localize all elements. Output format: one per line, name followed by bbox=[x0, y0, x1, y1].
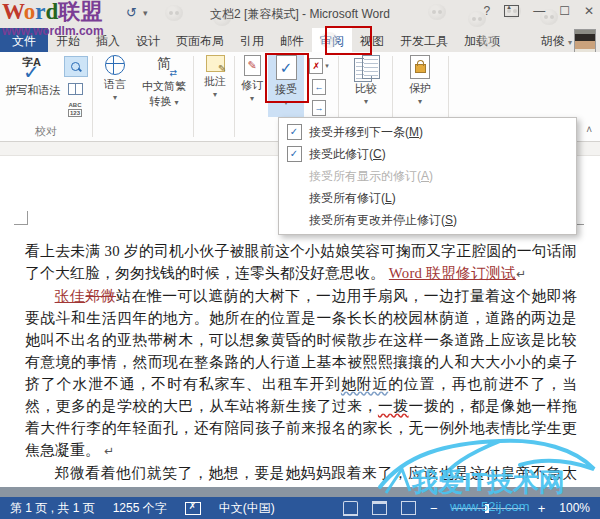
conversion-label-2: 转换 ▾ bbox=[149, 94, 178, 109]
menu-item-label: 接受所有修订(L) bbox=[309, 190, 396, 207]
window-controls: ? — ☐ ✕ bbox=[483, 4, 594, 18]
tab-references[interactable]: 引用 bbox=[232, 28, 272, 52]
next-change-icon: → bbox=[312, 100, 326, 116]
tab-view[interactable]: 视图 bbox=[352, 28, 392, 52]
collapse-ribbon-icon[interactable]: ˄ bbox=[586, 124, 592, 135]
zoom-slider-thumb[interactable] bbox=[485, 504, 489, 513]
proofing-error-icon[interactable] bbox=[185, 502, 201, 515]
menu-item-accept-all-stop-tracking[interactable]: 接受所有更改并停止修订(S) bbox=[279, 209, 576, 231]
language-button[interactable]: 语言 ▾ bbox=[96, 55, 134, 102]
track-changes-label: 修订 bbox=[241, 78, 263, 93]
changes-small-buttons: ✗ ▾ ← → bbox=[308, 56, 330, 117]
search-icon bbox=[71, 62, 81, 72]
chevron-down-icon: ▾ bbox=[250, 94, 254, 103]
text-run-spell: 一拨 bbox=[378, 398, 409, 414]
chevron-down-icon: ▾ bbox=[113, 93, 117, 102]
ribbon-display-options-icon[interactable] bbox=[504, 5, 519, 17]
zoom-out-icon[interactable]: − bbox=[430, 501, 438, 516]
tab-mailings[interactable]: 邮件 bbox=[272, 28, 312, 52]
text-run-insert: 张佳 bbox=[55, 288, 86, 304]
spelling-grammar-button[interactable]: 字A✓ 拼写和语法 bbox=[4, 55, 62, 98]
read-mode-icon[interactable] bbox=[343, 501, 358, 516]
text-run-grammar: 她附近 bbox=[341, 376, 388, 392]
wallpaper-pattern bbox=[480, 33, 498, 49]
title-bar: ↺ ▾ 文档2 [兼容模式] - Microsoft Word ? — ☐ ✕ bbox=[0, 0, 600, 28]
define-button[interactable] bbox=[64, 56, 88, 77]
chevron-down-icon: ▾ bbox=[418, 97, 422, 106]
next-change-button[interactable]: → bbox=[308, 98, 330, 117]
word-window: ↺ ▾ 文档2 [兼容模式] - Microsoft Word ? — ☐ ✕ … bbox=[0, 0, 600, 519]
paragraph: 张佳郑微站在惟一可以遮荫的大树下，一边用手扇风，一边打量着这个她即将要战斗和生活… bbox=[25, 285, 577, 462]
tab-page-layout[interactable]: 页面布局 bbox=[168, 28, 232, 52]
page-indicator[interactable]: 第 1 页 , 共 1 页 bbox=[10, 500, 95, 517]
chinese-conversion-button[interactable]: 简⇄ 中文简繁 转换 ▾ bbox=[136, 55, 192, 109]
chevron-down-icon: ▾ bbox=[284, 98, 288, 107]
status-bar: 第 1 页 , 共 1 页 1255 个字 中文(中国) − + 100% bbox=[0, 497, 600, 519]
text-run-mark: ↵ bbox=[516, 267, 526, 281]
text-run-insert: Word 联盟修订测试 bbox=[389, 265, 516, 281]
group-separator bbox=[234, 56, 235, 137]
menu-item-label: 接受并移到下一条(M) bbox=[309, 124, 423, 141]
menu-item-accept-and-move[interactable]: ✓ 接受并移到下一条(M) bbox=[279, 121, 576, 143]
maximize-icon[interactable]: ☐ bbox=[559, 4, 570, 18]
print-layout-icon[interactable] bbox=[372, 501, 387, 515]
accept-button[interactable]: ✓ 接受 ▾ bbox=[268, 55, 304, 117]
thesaurus-button[interactable] bbox=[64, 79, 86, 98]
accept-check-icon: ✓ bbox=[279, 146, 309, 162]
help-icon[interactable]: ? bbox=[483, 4, 490, 18]
tab-insert[interactable]: 插入 bbox=[88, 28, 128, 52]
word-count-icon: ABC123 bbox=[68, 102, 82, 117]
chevron-down-icon: ▾ bbox=[568, 38, 572, 47]
reject-button[interactable]: ✗ ▾ bbox=[308, 56, 330, 75]
minimize-icon[interactable]: — bbox=[533, 4, 545, 18]
text-run-mark: ↵ bbox=[100, 444, 114, 458]
lock-icon bbox=[410, 55, 430, 79]
spelling-grammar-icon: 字A✓ bbox=[20, 55, 46, 81]
word-count-button[interactable]: ABC123 bbox=[64, 100, 86, 119]
text-run-delete: 郑微 bbox=[85, 288, 116, 304]
tab-design[interactable]: 设计 bbox=[128, 28, 168, 52]
compare-label: 比较 bbox=[355, 81, 377, 96]
zoom-in-icon[interactable]: + bbox=[538, 501, 546, 516]
group-separator bbox=[193, 56, 194, 137]
chevron-down-icon: ▾ bbox=[325, 62, 329, 70]
comments-label: 批注 bbox=[204, 74, 226, 89]
accept-label: 接受 bbox=[275, 82, 297, 97]
group-separator bbox=[92, 56, 93, 137]
word-count-indicator[interactable]: 1255 个字 bbox=[113, 500, 167, 517]
page-bottom-gap bbox=[0, 487, 600, 497]
comment-note-icon: ✎ bbox=[206, 55, 225, 72]
compare-button[interactable]: 比较 ▾ bbox=[344, 55, 388, 106]
language-indicator[interactable]: 中文(中国) bbox=[219, 500, 275, 517]
chevron-down-icon: ▾ bbox=[213, 90, 217, 99]
zoom-slider[interactable] bbox=[452, 508, 524, 509]
account-menu[interactable]: 胡俊 ▾ bbox=[541, 33, 572, 50]
menu-item-label: 接受所有显示的修订(A) bbox=[309, 168, 433, 185]
menu-item-accept-this[interactable]: ✓ 接受此修订(C) bbox=[279, 143, 576, 165]
crop-mark-left bbox=[14, 211, 28, 225]
protect-button[interactable]: 保护 ▾ bbox=[398, 55, 442, 106]
language-label: 语言 bbox=[104, 77, 126, 92]
track-changes-button[interactable]: ✎ 修订 ▾ bbox=[237, 55, 267, 103]
user-name: 胡俊 bbox=[541, 34, 565, 48]
accept-check-icon: ✓ bbox=[279, 124, 309, 140]
menu-item-accept-all-shown: 接受所有显示的修订(A) bbox=[279, 165, 576, 187]
comments-button[interactable]: ✎ 批注 ▾ bbox=[197, 55, 233, 99]
user-avatar[interactable] bbox=[574, 29, 596, 53]
tab-home[interactable]: 开始 bbox=[48, 28, 88, 52]
menu-item-label: 接受所有更改并停止修订(S) bbox=[309, 212, 457, 229]
paragraph: 看上去未满 30 岁的司机小伙子被眼前这个小姑娘笑容可掬而又字正腔圆的一句话闹了… bbox=[25, 240, 577, 285]
zoom-level[interactable]: 100% bbox=[559, 501, 590, 515]
accept-icon: ✓ bbox=[276, 55, 297, 80]
web-layout-icon[interactable] bbox=[401, 501, 416, 515]
previous-change-button[interactable]: ← bbox=[308, 77, 330, 96]
wallpaper-pattern bbox=[320, 32, 338, 48]
globe-icon bbox=[105, 55, 125, 75]
reject-icon: ✗ bbox=[309, 58, 323, 74]
conversion-label-1: 中文简繁 bbox=[142, 79, 186, 94]
menu-item-accept-all[interactable]: 接受所有修订(L) bbox=[279, 187, 576, 209]
tab-file[interactable]: 文件 bbox=[0, 28, 48, 52]
tab-developer[interactable]: 开发工具 bbox=[392, 28, 456, 52]
group-label-proofing: 校对 bbox=[0, 124, 92, 139]
close-icon[interactable]: ✕ bbox=[584, 4, 594, 18]
